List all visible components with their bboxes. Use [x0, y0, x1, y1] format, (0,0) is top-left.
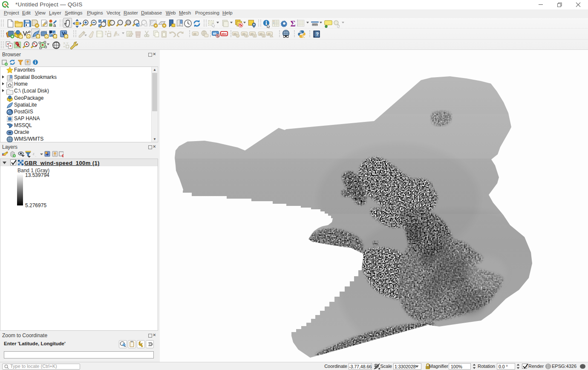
svg-text:a: a — [53, 23, 56, 28]
svg-text:X,Y: X,Y — [63, 41, 68, 45]
svg-text:ab: ab — [233, 32, 236, 35]
svg-text:ab: ab — [267, 32, 271, 35]
svg-text:1 2 3: 1 2 3 — [313, 24, 317, 26]
svg-text:ab: ab — [193, 32, 196, 35]
svg-text:ab: ab — [242, 32, 245, 35]
svg-text:abc: abc — [222, 32, 227, 36]
svg-text:?: ? — [316, 32, 319, 37]
svg-text:Σ: Σ — [290, 19, 295, 28]
svg-text:fx: fx — [116, 32, 120, 37]
svg-text:,,: ,, — [35, 154, 37, 157]
svg-text:1:1: 1:1 — [127, 22, 130, 24]
